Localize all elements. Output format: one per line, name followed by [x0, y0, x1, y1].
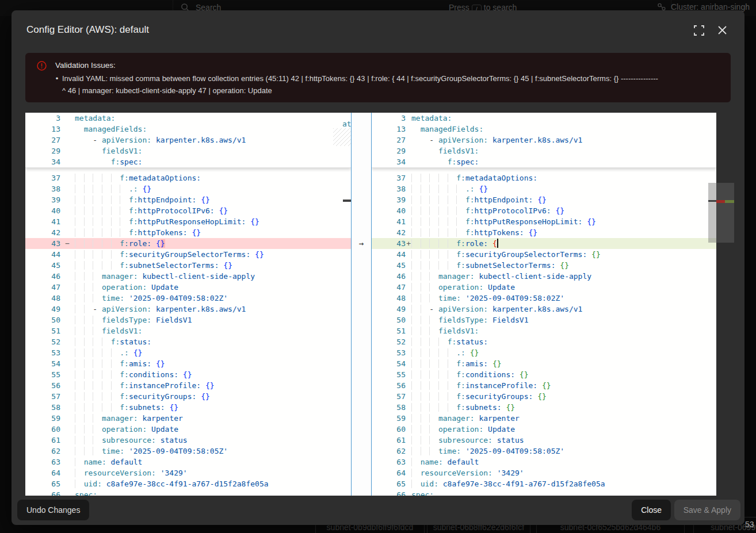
fullscreen-icon[interactable] [694, 25, 704, 38]
code-line[interactable]: 49 - apiVersion: karpenter.k8s.aws/v1 [372, 304, 716, 315]
diff-splitter[interactable] [351, 113, 372, 496]
code-line[interactable]: 64 resourceVersion: '3429' [25, 467, 351, 478]
code-line[interactable]: 58 f:subnets: {} [25, 402, 351, 413]
code-line[interactable]: 60 operation: Update [372, 424, 716, 435]
code-line[interactable]: 56 f:instanceProfile: {} [25, 380, 351, 391]
line-number: 43− [25, 238, 75, 249]
code-line[interactable]: 56 f:instanceProfile: {} [372, 380, 716, 391]
code-line[interactable]: 61 subresource: status [372, 435, 716, 446]
code-line[interactable]: 57 f:securityGroups: {} [372, 391, 716, 402]
code-line[interactable]: 60 operation: Update [25, 424, 351, 435]
line-number: 40 [25, 205, 75, 216]
line-number: 40 [372, 205, 411, 216]
code-line[interactable]: 43− f:role: {} [25, 238, 351, 249]
line-number: 39 [372, 194, 411, 205]
line-number: 45 [372, 260, 411, 271]
code-line[interactable]: 46 manager: kubectl-client-side-apply [25, 271, 351, 282]
code-line[interactable]: 52 f:status: [372, 336, 716, 347]
code-line[interactable]: 64 resourceVersion: '3429' [372, 467, 716, 478]
code-line[interactable]: 38 .: {} [25, 183, 351, 194]
line-number: 37 [372, 172, 411, 183]
diff-diagonal-fill [333, 128, 351, 146]
code-line[interactable]: 66spec: [25, 489, 351, 496]
line-number: 56 [25, 380, 75, 391]
code-line[interactable]: 37 f:metadataOptions: [25, 172, 351, 183]
config-editor-modal: Config Editor (AWS): default Validation … [12, 10, 744, 525]
sticky-code-line[interactable]: 27 - apiVersion: karpenter.k8s.aws/v1 [372, 135, 716, 145]
code-line[interactable]: 51 fieldsV1: [25, 325, 351, 336]
code-line[interactable]: 59 manager: karpenter [25, 413, 351, 424]
sticky-code-line[interactable]: 3metadata: [25, 113, 351, 124]
code-line[interactable]: 46 manager: kubectl-client-side-apply [372, 271, 716, 282]
code-line[interactable]: 47 operation: Update [25, 282, 351, 293]
code-line[interactable]: 53 .: {} [25, 347, 351, 358]
sticky-code-line[interactable]: 13 managedFields: [25, 124, 351, 135]
code-line[interactable]: 45 f:subnetSelectorTerms: {} [372, 260, 716, 271]
code-line[interactable]: 42 f:httpTokens: {} [25, 227, 351, 238]
code-line[interactable]: 63 name: default [25, 457, 351, 467]
code-line[interactable]: 37 f:metadataOptions: [372, 172, 716, 183]
code-line[interactable]: 43+ f:role: { [372, 238, 716, 249]
line-number: 61 [25, 435, 75, 446]
sticky-code-line[interactable]: 34 f:spec: [25, 156, 351, 167]
code-line[interactable]: 63 name: default [372, 457, 716, 467]
code-line[interactable]: 39 f:httpEndpoint: {} [25, 194, 351, 205]
line-number: 49 [372, 304, 411, 315]
code-line[interactable]: 44 f:securityGroupSelectorTerms: {} [372, 249, 716, 260]
sticky-code-line[interactable]: 3metadata: [372, 113, 716, 124]
code-line[interactable]: 53 .: {} [372, 347, 716, 358]
sticky-code-line[interactable]: 27 - apiVersion: karpenter.k8s.aws/v1 [25, 135, 351, 145]
code-line[interactable]: 61 subresource: status [25, 435, 351, 446]
sticky-code-line[interactable]: 29 fieldsV1: [25, 145, 351, 156]
code-line[interactable]: 66spec: [372, 489, 716, 496]
code-line[interactable]: 48 time: '2025-09-04T09:58:02Z' [372, 293, 716, 304]
sticky-code-line[interactable]: 13 managedFields: [372, 124, 716, 135]
code-line[interactable]: 45 f:subnetSelectorTerms: {} [25, 260, 351, 271]
code-line[interactable]: 51 fieldsV1: [372, 325, 716, 336]
line-number: 46 [372, 271, 411, 282]
diff-revert-arrow[interactable]: → [352, 238, 371, 249]
code-line[interactable]: 62 time: '2025-09-04T09:58:05Z' [372, 446, 716, 457]
code-line[interactable]: 54 f:amis: {} [372, 358, 716, 369]
diff-overview-ruler[interactable] [716, 183, 734, 243]
code-line[interactable]: 50 fieldsType: FieldsV1 [25, 315, 351, 325]
code-line[interactable]: 58 f:subnets: {} [372, 402, 716, 413]
diff-original-pane[interactable]: 37 f:metadataOptions:38 .: {}39 f:httpEn… [25, 113, 351, 496]
code-line[interactable]: 39 f:httpEndpoint: {} [372, 194, 716, 205]
code-line[interactable]: 41 f:httpPutResponseHopLimit: {} [25, 216, 351, 227]
code-line[interactable]: 55 f:conditions: {} [25, 369, 351, 380]
line-number: 57 [372, 391, 411, 402]
code-line[interactable]: 62 time: '2025-09-04T09:58:05Z' [25, 446, 351, 457]
code-line[interactable]: 40 f:httpProtocolIPv6: {} [25, 205, 351, 216]
code-line[interactable]: 57 f:securityGroups: {} [25, 391, 351, 402]
code-line[interactable]: 40 f:httpProtocolIPv6: {} [372, 205, 716, 216]
diff-modified-pane[interactable]: 37 f:metadataOptions:38 .: {}39 f:httpEn… [372, 113, 734, 496]
code-line[interactable]: 49 - apiVersion: karpenter.k8s.aws/v1 [25, 304, 351, 315]
code-line[interactable]: 65 uid: c8afe97e-38cc-4f91-a767-d15f2a8f… [372, 478, 716, 489]
line-number: 52 [25, 336, 75, 347]
code-line[interactable]: 42 f:httpTokens: {} [372, 227, 716, 238]
code-line[interactable]: 47 operation: Update [372, 282, 716, 293]
undo-changes-button[interactable]: Undo Changes [17, 500, 89, 520]
code-line[interactable]: 41 f:httpPutResponseHopLimit: {} [372, 216, 716, 227]
code-line[interactable]: 59 manager: karpenter [372, 413, 716, 424]
validation-message: • Invalid YAML: missed comma between flo… [52, 72, 658, 97]
code-line[interactable]: 65 uid: c8afe97e-38cc-4f91-a767-d15f2a8f… [25, 478, 351, 489]
close-icon[interactable] [718, 26, 727, 37]
code-line[interactable]: 38 .: {} [372, 183, 716, 194]
code-line[interactable]: 44 f:securityGroupSelectorTerms: {} [25, 249, 351, 260]
code-line[interactable]: 55 f:conditions: {} [372, 369, 716, 380]
line-number: 51 [25, 325, 75, 336]
code-line[interactable]: 48 time: '2025-09-04T09:58:02Z' [25, 293, 351, 304]
code-line[interactable]: 52 f:status: [25, 336, 351, 347]
sticky-code-line[interactable]: 34 f:spec: [372, 156, 716, 167]
save-apply-button[interactable]: Save & Apply [674, 500, 740, 520]
line-number: 55 [372, 369, 411, 380]
line-number: 37 [25, 172, 75, 183]
vertical-scrollbar[interactable] [708, 183, 716, 243]
sticky-code-line[interactable]: 29 fieldsV1: [372, 145, 716, 156]
code-line[interactable]: 54 f:amis: {} [25, 358, 351, 369]
line-number: 60 [25, 424, 75, 435]
code-line[interactable]: 50 fieldsType: FieldsV1 [372, 315, 716, 325]
close-button[interactable]: Close [632, 500, 671, 520]
